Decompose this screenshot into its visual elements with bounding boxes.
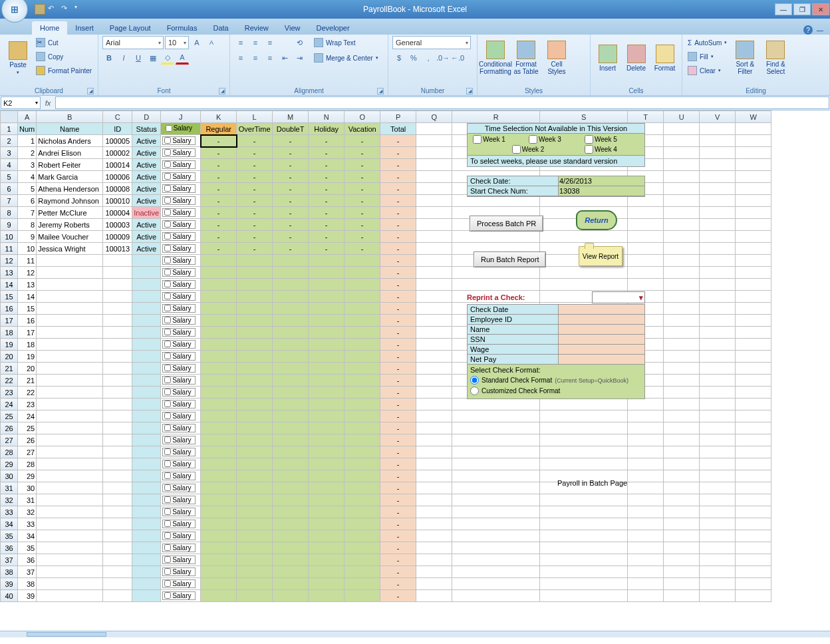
- cell[interactable]: [452, 530, 540, 542]
- cell[interactable]: Salary: [161, 375, 201, 387]
- clear-button[interactable]: Clear▾: [686, 64, 728, 77]
- salary-checkbox[interactable]: Salary: [162, 412, 196, 420]
- cell[interactable]: Salary: [161, 255, 201, 267]
- decrease-decimal-icon[interactable]: ←.0: [451, 51, 464, 65]
- cell[interactable]: [237, 339, 273, 351]
- cell[interactable]: 20: [18, 363, 37, 375]
- cell[interactable]: [452, 434, 540, 446]
- cell[interactable]: [237, 518, 273, 530]
- cell[interactable]: [664, 267, 700, 279]
- cell[interactable]: [736, 363, 771, 375]
- row-header[interactable]: 35: [1, 530, 18, 542]
- cell[interactable]: [237, 566, 273, 578]
- reprint-field-value[interactable]: [558, 305, 644, 314]
- cell[interactable]: [237, 303, 273, 315]
- cell[interactable]: Salary: [161, 315, 201, 327]
- formula-input[interactable]: [55, 96, 829, 109]
- cell[interactable]: [540, 231, 628, 243]
- row-header[interactable]: 30: [1, 470, 18, 482]
- cell[interactable]: [37, 267, 103, 279]
- cell[interactable]: [132, 267, 161, 279]
- cell[interactable]: Active: [132, 183, 161, 195]
- cell[interactable]: [628, 410, 664, 422]
- cell[interactable]: [416, 506, 452, 518]
- cell[interactable]: [664, 518, 700, 530]
- cell[interactable]: -: [309, 135, 345, 147]
- font-size-select[interactable]: 10: [165, 36, 189, 49]
- cell[interactable]: -: [237, 207, 273, 219]
- comma-icon[interactable]: ,: [422, 51, 435, 65]
- cell[interactable]: [700, 147, 736, 159]
- cell[interactable]: -: [380, 506, 416, 518]
- cell[interactable]: [700, 387, 736, 399]
- cell[interactable]: [700, 159, 736, 171]
- redo-icon[interactable]: ↷: [61, 4, 72, 15]
- cell[interactable]: [540, 410, 628, 422]
- minimize-ribbon-icon[interactable]: —: [815, 25, 825, 35]
- cell[interactable]: [736, 387, 771, 399]
- col-header-B[interactable]: B: [37, 111, 103, 123]
- cell[interactable]: 24: [18, 410, 37, 422]
- cell[interactable]: 36: [18, 554, 37, 566]
- cell[interactable]: 18: [18, 339, 37, 351]
- cell[interactable]: -: [380, 399, 416, 410]
- cell[interactable]: [700, 291, 736, 303]
- cell[interactable]: [416, 183, 452, 195]
- cell[interactable]: 30: [18, 482, 37, 494]
- cell[interactable]: [201, 339, 237, 351]
- cell[interactable]: -: [201, 195, 237, 207]
- cell[interactable]: -: [380, 231, 416, 243]
- tab-developer[interactable]: Developer: [308, 21, 357, 35]
- cell[interactable]: [103, 506, 132, 518]
- cell[interactable]: [452, 399, 540, 410]
- cell[interactable]: 10: [18, 243, 37, 255]
- cell[interactable]: -: [380, 375, 416, 387]
- cell[interactable]: [540, 530, 628, 542]
- reprint-field-value[interactable]: [558, 325, 644, 334]
- salary-checkbox[interactable]: Salary: [162, 400, 196, 408]
- cell[interactable]: [37, 566, 103, 578]
- cell[interactable]: [700, 255, 736, 267]
- cell[interactable]: [664, 434, 700, 446]
- cell[interactable]: [628, 279, 664, 291]
- underline-icon[interactable]: U: [132, 51, 145, 65]
- cell[interactable]: [103, 410, 132, 422]
- cell[interactable]: [416, 291, 452, 303]
- cell[interactable]: -: [380, 147, 416, 159]
- cell[interactable]: Active: [132, 195, 161, 207]
- cell[interactable]: Active: [132, 243, 161, 255]
- cell[interactable]: [103, 303, 132, 315]
- cell[interactable]: [700, 554, 736, 566]
- cell[interactable]: Holiday: [309, 123, 345, 135]
- cell[interactable]: [345, 303, 380, 315]
- cell[interactable]: [416, 590, 452, 602]
- cell[interactable]: [736, 207, 771, 219]
- cell[interactable]: [416, 530, 452, 542]
- cell[interactable]: [736, 231, 771, 243]
- align-top-icon[interactable]: ≡: [234, 36, 247, 49]
- cell[interactable]: [37, 327, 103, 339]
- cell[interactable]: [132, 279, 161, 291]
- cell[interactable]: 100010: [103, 195, 132, 207]
- cell[interactable]: Salary: [161, 410, 201, 422]
- cell[interactable]: [700, 494, 736, 506]
- cell[interactable]: [237, 410, 273, 422]
- copy-button[interactable]: Copy: [35, 50, 93, 63]
- check-date-value[interactable]: 4/26/2013: [558, 176, 644, 186]
- cell[interactable]: -: [309, 147, 345, 159]
- cell[interactable]: 16: [18, 315, 37, 327]
- cell[interactable]: [345, 255, 380, 267]
- cell[interactable]: [132, 315, 161, 327]
- cell[interactable]: Regular: [201, 123, 237, 135]
- cell[interactable]: [736, 590, 771, 602]
- cell[interactable]: [37, 554, 103, 566]
- cell[interactable]: [309, 339, 345, 351]
- cell[interactable]: [664, 219, 700, 231]
- cell[interactable]: -: [237, 231, 273, 243]
- salary-checkbox[interactable]: Salary: [162, 244, 196, 253]
- row-header[interactable]: 39: [1, 578, 18, 590]
- cell[interactable]: [237, 315, 273, 327]
- cell[interactable]: [273, 470, 309, 482]
- cell[interactable]: [700, 506, 736, 518]
- cell[interactable]: [628, 542, 664, 554]
